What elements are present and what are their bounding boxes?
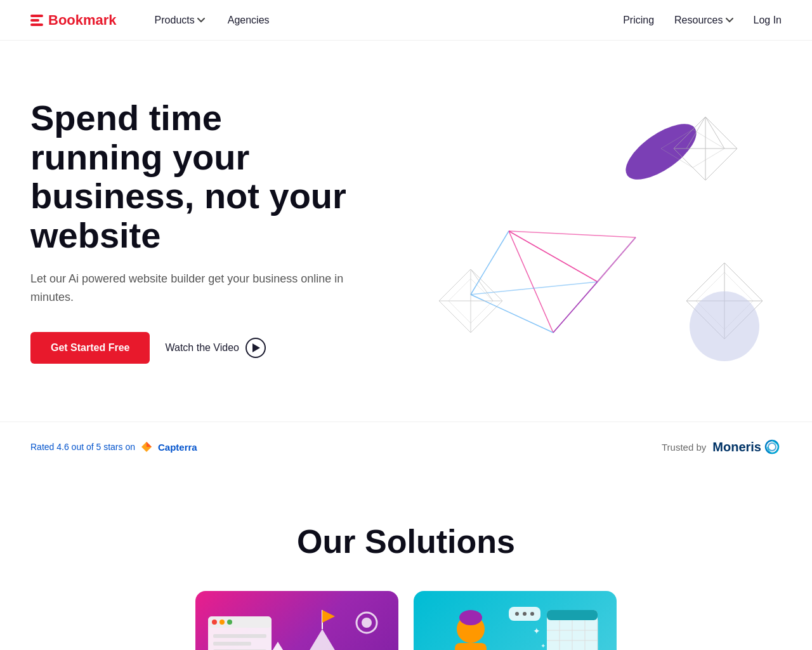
moneris-logo: Moneris <box>712 437 782 456</box>
svg-line-19 <box>471 295 553 333</box>
svg-line-13 <box>509 231 598 282</box>
nav-products[interactable]: Products <box>155 15 205 26</box>
svg-point-64 <box>530 612 534 616</box>
svg-line-8 <box>674 149 705 180</box>
ratings-bar: Rated 4.6 out of 5 stars on Capterra Tru… <box>0 421 812 472</box>
capterra-name: Capterra <box>158 442 197 453</box>
svg-text:✦: ✦ <box>533 626 540 636</box>
solutions-title: Our Solutions <box>30 522 782 560</box>
svg-point-31 <box>768 443 776 451</box>
svg-rect-49 <box>455 643 487 650</box>
svg-line-28 <box>471 301 502 333</box>
svg-point-40 <box>227 620 232 625</box>
hero-title: Spend time running your business, not yo… <box>30 98 360 255</box>
navbar: Bookmark Products Agencies Pricing Resou… <box>0 0 812 41</box>
hero-subtitle: Let our Ai powered website builder get y… <box>30 270 360 307</box>
svg-rect-41 <box>213 634 266 638</box>
svg-line-15 <box>509 231 636 237</box>
svg-line-16 <box>509 231 553 333</box>
svg-rect-37 <box>208 616 272 628</box>
nav-agencies[interactable]: Agencies <box>228 15 270 26</box>
svg-rect-42 <box>213 642 251 646</box>
svg-point-62 <box>515 612 519 616</box>
svg-point-0 <box>617 114 705 190</box>
solutions-section: Our Solutions <box>0 472 812 650</box>
chevron-down-icon <box>197 18 205 23</box>
svg-point-38 <box>212 620 217 625</box>
hero-content: Spend time running your business, not yo… <box>30 98 360 364</box>
hero-actions: Get Started Free Watch the Video <box>30 332 360 364</box>
get-started-button[interactable]: Get Started Free <box>30 332 150 364</box>
solutions-cards: ✦ ✦ <box>30 591 782 650</box>
hero-illustration <box>414 79 782 383</box>
svg-line-22 <box>598 237 636 282</box>
nav-left-items: Products Agencies <box>155 15 270 26</box>
watch-video-button[interactable]: Watch the Video <box>165 338 266 358</box>
card-1-decoration <box>195 591 398 650</box>
nav-login[interactable]: Log In <box>754 15 782 26</box>
hero-section: Spend time running your business, not yo… <box>0 41 812 409</box>
capterra-rating-text: Rated 4.6 out of 5 stars on <box>30 442 135 452</box>
chevron-down-icon <box>726 18 733 23</box>
capterra-rating[interactable]: Rated 4.6 out of 5 stars on Capterra <box>30 441 197 453</box>
hero-3d-shapes <box>414 79 782 383</box>
logo-icon <box>30 15 43 26</box>
svg-text:✦: ✦ <box>540 642 546 649</box>
card-2-illustration: ✦ ✦ <box>414 591 617 650</box>
nav-resources[interactable]: Resources <box>674 15 733 26</box>
moneris-spiral-icon <box>763 437 782 456</box>
card-2-decoration: ✦ ✦ <box>414 591 617 650</box>
trusted-by-section: Trusted by Moneris <box>662 437 782 456</box>
svg-line-6 <box>705 149 737 180</box>
capterra-icon <box>140 441 153 453</box>
card-1-illustration <box>195 591 398 650</box>
svg-point-45 <box>362 618 372 628</box>
svg-marker-33 <box>284 629 360 650</box>
solution-card-2[interactable]: ✦ ✦ <box>414 591 617 650</box>
svg-point-48 <box>459 610 482 625</box>
svg-point-29 <box>690 291 759 361</box>
logo-text: Bookmark <box>48 12 117 29</box>
svg-rect-53 <box>547 610 598 620</box>
trusted-by-label: Trusted by <box>662 442 706 453</box>
play-icon <box>246 338 266 358</box>
svg-point-39 <box>219 620 225 625</box>
nav-pricing[interactable]: Pricing <box>623 15 654 26</box>
solution-card-1[interactable] <box>195 591 398 650</box>
logo[interactable]: Bookmark <box>30 12 117 29</box>
svg-line-18 <box>471 231 509 295</box>
nav-right-items: Pricing Resources Log In <box>623 15 782 26</box>
svg-marker-35 <box>322 610 335 623</box>
svg-point-63 <box>523 612 527 616</box>
